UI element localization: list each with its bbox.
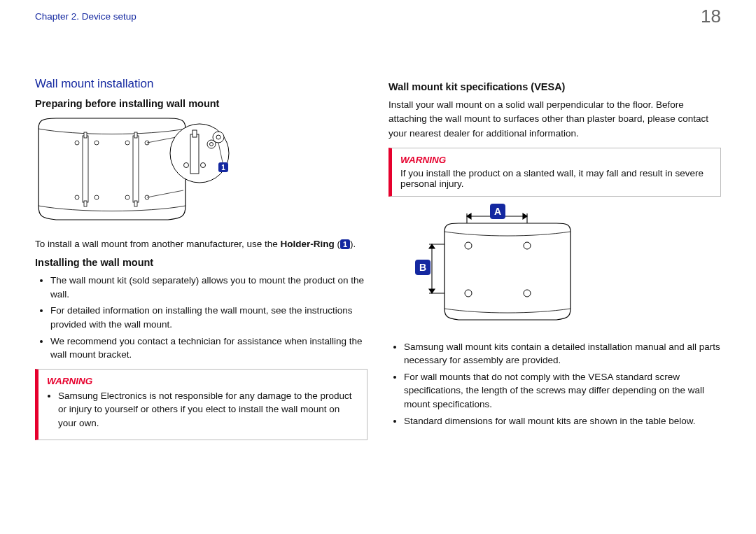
svg-point-24 bbox=[201, 163, 206, 168]
section-title: Wall mount installation bbox=[35, 77, 368, 91]
warning-text: If you install the product on a slanted … bbox=[400, 168, 712, 189]
warning-label: WARNING bbox=[400, 155, 712, 165]
svg-point-37 bbox=[524, 290, 531, 297]
svg-point-23 bbox=[184, 163, 189, 168]
vesa-bullets: Samsung wall mount kits contain a detail… bbox=[388, 340, 721, 428]
right-column: Wall mount kit specifications (VESA) Ins… bbox=[388, 77, 721, 447]
illustration-vesa-panel: A B bbox=[388, 204, 721, 333]
vesa-intro: Install your wall mount on a solid wall … bbox=[388, 98, 721, 141]
svg-point-7 bbox=[94, 141, 99, 145]
note-bold: Holder-Ring bbox=[280, 239, 334, 249]
list-item: Standard dimensions for wall mount kits … bbox=[404, 414, 721, 428]
svg-point-20 bbox=[210, 143, 214, 146]
left-column: Wall mount installation Preparing before… bbox=[35, 77, 368, 447]
svg-point-12 bbox=[125, 195, 130, 199]
svg-rect-4 bbox=[134, 132, 137, 138]
svg-rect-3 bbox=[133, 136, 139, 202]
list-item: The wall mount kit (sold separately) all… bbox=[50, 274, 368, 301]
svg-point-9 bbox=[94, 195, 99, 199]
sub-installing: Installing the wall mount bbox=[35, 257, 368, 268]
note-open: ( bbox=[335, 239, 340, 249]
svg-rect-18 bbox=[192, 130, 197, 137]
list-item: Samsung wall mount kits contain a detail… bbox=[404, 340, 721, 367]
illustration-back-panel: 1 bbox=[35, 115, 368, 230]
svg-point-22 bbox=[216, 135, 220, 139]
chapter-link[interactable]: Chapter 2. Device setup bbox=[35, 11, 136, 22]
svg-rect-0 bbox=[83, 136, 88, 202]
svg-rect-17 bbox=[190, 134, 199, 174]
note-close: ). bbox=[350, 239, 356, 249]
svg-point-34 bbox=[465, 242, 472, 249]
ring-badge-icon: 1 bbox=[340, 239, 350, 249]
svg-point-35 bbox=[524, 242, 531, 249]
svg-text:1: 1 bbox=[221, 164, 225, 171]
svg-point-6 bbox=[75, 141, 79, 145]
label-a-badge: A bbox=[490, 204, 505, 219]
install-bullets: The wall mount kit (sold separately) all… bbox=[35, 274, 368, 361]
warning-item: Samsung Electronics is not responsible f… bbox=[58, 389, 358, 430]
note-pre: To install a wall mount from another man… bbox=[35, 239, 280, 249]
svg-point-10 bbox=[125, 141, 130, 145]
warning-box-left: WARNING Samsung Electronics is not respo… bbox=[35, 369, 368, 441]
svg-rect-5 bbox=[134, 201, 137, 206]
sub-vesa: Wall mount kit specifications (VESA) bbox=[388, 81, 721, 92]
label-b-badge: B bbox=[415, 260, 430, 275]
list-item: We recommend you contact a technician fo… bbox=[50, 335, 368, 362]
svg-rect-1 bbox=[84, 132, 87, 138]
warning-box-right: WARNING If you install the product on a … bbox=[388, 148, 721, 197]
svg-point-36 bbox=[465, 290, 472, 297]
list-item: For detailed information on installing t… bbox=[50, 304, 368, 331]
page-number: 18 bbox=[701, 6, 721, 27]
sub-preparing: Preparing before installing wall mount bbox=[35, 98, 368, 109]
list-item: For wall mounts that do not comply with … bbox=[404, 370, 721, 412]
svg-point-8 bbox=[75, 195, 79, 199]
svg-rect-2 bbox=[84, 201, 87, 206]
warning-label: WARNING bbox=[47, 376, 358, 386]
holder-ring-note: To install a wall mount from another man… bbox=[35, 237, 368, 251]
